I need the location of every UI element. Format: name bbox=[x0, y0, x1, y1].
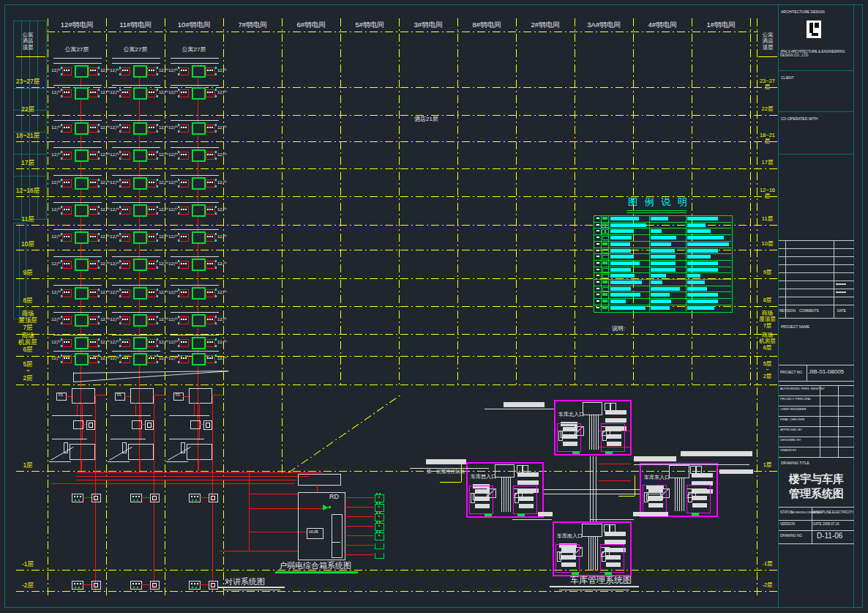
terminal-strip-box bbox=[179, 355, 189, 363]
terminal-dot bbox=[127, 236, 128, 237]
lane-line bbox=[679, 478, 680, 511]
date-value: 2008.07.16 bbox=[823, 523, 839, 527]
lane-line bbox=[677, 478, 678, 511]
floor-label-right: 10层 bbox=[757, 241, 777, 247]
legend-symbol-icon bbox=[602, 261, 607, 264]
terminal-dot bbox=[212, 291, 213, 293]
terminal-dot bbox=[151, 263, 152, 264]
floor-label-right: 12~16层 bbox=[757, 187, 777, 200]
tap-arrow-icon bbox=[157, 89, 158, 91]
cabinet-bar bbox=[561, 562, 576, 567]
splitter-icon bbox=[329, 506, 331, 508]
branch-box bbox=[73, 420, 83, 429]
socket-pin bbox=[379, 512, 381, 513]
tower-roof-label: 公寓27层 bbox=[178, 47, 210, 53]
unit-count-label: 12户 bbox=[108, 152, 119, 157]
unit-count-label: 12户 bbox=[49, 180, 61, 185]
sign-line bbox=[779, 416, 854, 417]
terminal-dot bbox=[124, 154, 126, 155]
legend-index-mark bbox=[596, 230, 599, 231]
logo-shape bbox=[815, 23, 819, 28]
logo-shape bbox=[809, 23, 813, 33]
network-socket-icon bbox=[375, 513, 384, 521]
sign-line bbox=[779, 426, 854, 427]
sign-line bbox=[779, 385, 854, 386]
company-logo-icon bbox=[807, 21, 821, 38]
legend-grid-line bbox=[594, 286, 731, 286]
legend-text-bar bbox=[687, 281, 705, 284]
meta-line bbox=[779, 507, 854, 508]
cabinet-bar bbox=[606, 562, 621, 567]
legend-symbol-icon bbox=[602, 255, 609, 259]
outlet-wire bbox=[344, 516, 373, 517]
terminal-dot bbox=[122, 291, 124, 293]
terminal-dot bbox=[94, 236, 96, 237]
lane-line bbox=[596, 456, 596, 521]
indoor-unit-glyph bbox=[211, 583, 215, 587]
slab-line bbox=[112, 85, 160, 86]
tap-arrow-icon bbox=[157, 212, 158, 215]
splitter-icon bbox=[323, 505, 329, 510]
socket-pin bbox=[379, 531, 381, 532]
terminal-dot bbox=[68, 92, 70, 93]
terminal-dot bbox=[151, 341, 152, 343]
terminal-dot bbox=[149, 236, 150, 237]
legend-text-bar bbox=[687, 217, 718, 220]
outlet-wire bbox=[344, 554, 373, 555]
hub-label: HUB bbox=[309, 530, 318, 535]
terminal-strip-box bbox=[147, 89, 157, 97]
legend-text-bar bbox=[610, 287, 631, 291]
floor-label-right: 商场 机房层 6层 bbox=[757, 332, 777, 351]
terminal-dot bbox=[122, 154, 124, 155]
terminal-dot bbox=[90, 70, 91, 71]
tap-arrow-icon bbox=[215, 260, 217, 262]
legend-index-mark bbox=[596, 262, 599, 264]
column-header-label: 5#弱电间 bbox=[340, 21, 399, 29]
stub-line bbox=[599, 464, 631, 464]
legend-grid-line bbox=[649, 215, 650, 311]
tap-arrow-icon bbox=[157, 354, 158, 357]
slab-line bbox=[112, 120, 160, 121]
terminal-strip-box bbox=[206, 67, 215, 75]
terminal-strip-box bbox=[89, 289, 98, 297]
household-box-title: 户弱电综合箱系统图 bbox=[279, 561, 351, 570]
slab-line bbox=[171, 175, 219, 176]
terminal-dot bbox=[194, 496, 195, 497]
unit-count-label: 12户 bbox=[217, 125, 227, 130]
legend-text-bar bbox=[687, 287, 707, 291]
terminal-dot bbox=[64, 154, 65, 155]
terminal-dot bbox=[74, 583, 75, 584]
floor-distribution-box bbox=[75, 122, 89, 135]
revision-date-mark bbox=[836, 291, 846, 293]
terminal-dot bbox=[212, 92, 213, 93]
tap-arrow-icon bbox=[157, 151, 158, 153]
terminal-dot bbox=[66, 263, 67, 264]
floor-distribution-box bbox=[192, 314, 206, 327]
terminal-dot bbox=[185, 357, 187, 359]
terminal-dot bbox=[64, 341, 65, 343]
sign-bar bbox=[605, 532, 626, 536]
slab-line bbox=[112, 256, 160, 257]
terminal-dot bbox=[90, 154, 91, 155]
tap-arrow-icon bbox=[215, 130, 217, 133]
slab-line bbox=[112, 63, 160, 64]
tap-arrow-icon bbox=[98, 95, 100, 97]
terminal-dot bbox=[207, 127, 209, 128]
slab-line bbox=[53, 147, 102, 148]
floor-distribution-box bbox=[192, 259, 206, 271]
floor-distribution-box bbox=[192, 231, 206, 244]
grid-floor-line bbox=[16, 356, 777, 357]
legend-text-bar bbox=[651, 293, 670, 297]
indoor-unit-glyph bbox=[152, 496, 157, 500]
floor-distribution-box bbox=[133, 149, 147, 162]
lane-line bbox=[593, 537, 594, 571]
revision-table-line bbox=[785, 240, 786, 318]
terminal-dot bbox=[68, 127, 70, 128]
slab-line bbox=[53, 256, 102, 257]
cabinet-bar bbox=[692, 503, 707, 508]
unit-count-label: 12户 bbox=[49, 356, 61, 361]
amplifier-box bbox=[187, 444, 212, 460]
floor-distribution-box bbox=[133, 314, 147, 327]
terminal-dot bbox=[92, 154, 94, 155]
door-station-box bbox=[130, 581, 142, 590]
